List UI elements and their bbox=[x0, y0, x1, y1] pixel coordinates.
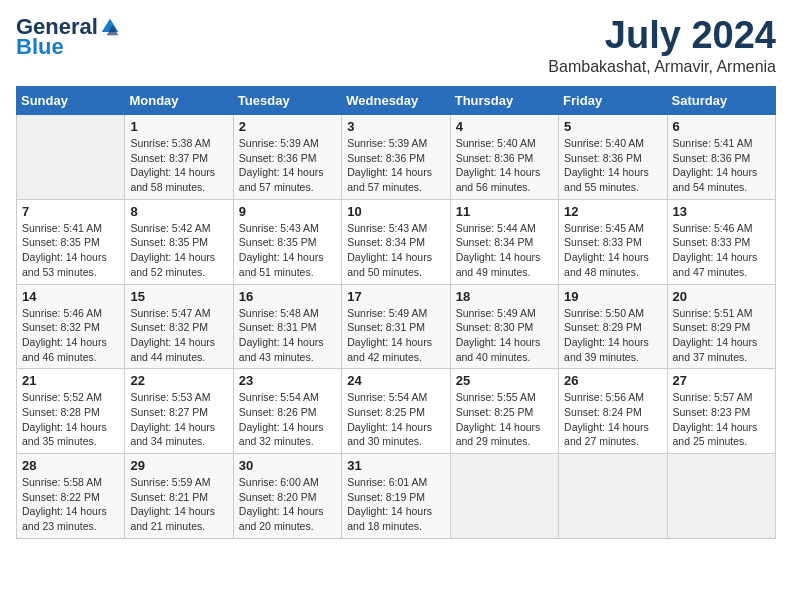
weekday-header-sunday: Sunday bbox=[17, 87, 125, 115]
day-number: 21 bbox=[22, 373, 119, 388]
calendar-cell: 20Sunrise: 5:51 AMSunset: 8:29 PMDayligh… bbox=[667, 284, 775, 369]
day-info: Sunrise: 5:45 AMSunset: 8:33 PMDaylight:… bbox=[564, 221, 661, 280]
weekday-header-wednesday: Wednesday bbox=[342, 87, 450, 115]
day-info: Sunrise: 5:59 AMSunset: 8:21 PMDaylight:… bbox=[130, 475, 227, 534]
day-number: 15 bbox=[130, 289, 227, 304]
day-number: 28 bbox=[22, 458, 119, 473]
calendar-cell: 23Sunrise: 5:54 AMSunset: 8:26 PMDayligh… bbox=[233, 369, 341, 454]
day-info: Sunrise: 5:53 AMSunset: 8:27 PMDaylight:… bbox=[130, 390, 227, 449]
weekday-header-thursday: Thursday bbox=[450, 87, 558, 115]
weekday-header-row: SundayMondayTuesdayWednesdayThursdayFrid… bbox=[17, 87, 776, 115]
calendar-cell: 31Sunrise: 6:01 AMSunset: 8:19 PMDayligh… bbox=[342, 454, 450, 539]
day-number: 27 bbox=[673, 373, 770, 388]
calendar-cell: 17Sunrise: 5:49 AMSunset: 8:31 PMDayligh… bbox=[342, 284, 450, 369]
day-number: 24 bbox=[347, 373, 444, 388]
calendar-cell bbox=[667, 454, 775, 539]
day-info: Sunrise: 5:56 AMSunset: 8:24 PMDaylight:… bbox=[564, 390, 661, 449]
calendar-cell: 2Sunrise: 5:39 AMSunset: 8:36 PMDaylight… bbox=[233, 115, 341, 200]
calendar-cell: 10Sunrise: 5:43 AMSunset: 8:34 PMDayligh… bbox=[342, 199, 450, 284]
calendar-cell: 16Sunrise: 5:48 AMSunset: 8:31 PMDayligh… bbox=[233, 284, 341, 369]
calendar-week-row: 14Sunrise: 5:46 AMSunset: 8:32 PMDayligh… bbox=[17, 284, 776, 369]
weekday-header-friday: Friday bbox=[559, 87, 667, 115]
day-info: Sunrise: 5:42 AMSunset: 8:35 PMDaylight:… bbox=[130, 221, 227, 280]
calendar-cell bbox=[559, 454, 667, 539]
day-number: 19 bbox=[564, 289, 661, 304]
day-number: 26 bbox=[564, 373, 661, 388]
day-number: 8 bbox=[130, 204, 227, 219]
calendar-cell: 25Sunrise: 5:55 AMSunset: 8:25 PMDayligh… bbox=[450, 369, 558, 454]
calendar-cell: 8Sunrise: 5:42 AMSunset: 8:35 PMDaylight… bbox=[125, 199, 233, 284]
day-info: Sunrise: 6:01 AMSunset: 8:19 PMDaylight:… bbox=[347, 475, 444, 534]
calendar-cell: 11Sunrise: 5:44 AMSunset: 8:34 PMDayligh… bbox=[450, 199, 558, 284]
calendar-cell: 24Sunrise: 5:54 AMSunset: 8:25 PMDayligh… bbox=[342, 369, 450, 454]
calendar-cell: 28Sunrise: 5:58 AMSunset: 8:22 PMDayligh… bbox=[17, 454, 125, 539]
calendar-cell: 7Sunrise: 5:41 AMSunset: 8:35 PMDaylight… bbox=[17, 199, 125, 284]
title-area: July 2024 Bambakashat, Armavir, Armenia bbox=[548, 16, 776, 76]
day-info: Sunrise: 5:41 AMSunset: 8:36 PMDaylight:… bbox=[673, 136, 770, 195]
calendar-week-row: 7Sunrise: 5:41 AMSunset: 8:35 PMDaylight… bbox=[17, 199, 776, 284]
day-number: 23 bbox=[239, 373, 336, 388]
day-number: 16 bbox=[239, 289, 336, 304]
weekday-header-saturday: Saturday bbox=[667, 87, 775, 115]
day-info: Sunrise: 5:49 AMSunset: 8:30 PMDaylight:… bbox=[456, 306, 553, 365]
day-info: Sunrise: 5:46 AMSunset: 8:32 PMDaylight:… bbox=[22, 306, 119, 365]
calendar-cell: 22Sunrise: 5:53 AMSunset: 8:27 PMDayligh… bbox=[125, 369, 233, 454]
day-info: Sunrise: 5:54 AMSunset: 8:25 PMDaylight:… bbox=[347, 390, 444, 449]
calendar-cell: 12Sunrise: 5:45 AMSunset: 8:33 PMDayligh… bbox=[559, 199, 667, 284]
calendar-cell: 26Sunrise: 5:56 AMSunset: 8:24 PMDayligh… bbox=[559, 369, 667, 454]
day-number: 4 bbox=[456, 119, 553, 134]
day-number: 6 bbox=[673, 119, 770, 134]
day-info: Sunrise: 5:43 AMSunset: 8:34 PMDaylight:… bbox=[347, 221, 444, 280]
calendar-cell: 3Sunrise: 5:39 AMSunset: 8:36 PMDaylight… bbox=[342, 115, 450, 200]
day-info: Sunrise: 5:50 AMSunset: 8:29 PMDaylight:… bbox=[564, 306, 661, 365]
logo-blue: Blue bbox=[16, 34, 64, 60]
day-number: 11 bbox=[456, 204, 553, 219]
day-number: 20 bbox=[673, 289, 770, 304]
day-info: Sunrise: 5:44 AMSunset: 8:34 PMDaylight:… bbox=[456, 221, 553, 280]
day-info: Sunrise: 5:39 AMSunset: 8:36 PMDaylight:… bbox=[239, 136, 336, 195]
day-info: Sunrise: 5:38 AMSunset: 8:37 PMDaylight:… bbox=[130, 136, 227, 195]
day-number: 5 bbox=[564, 119, 661, 134]
calendar-cell bbox=[17, 115, 125, 200]
calendar-cell: 5Sunrise: 5:40 AMSunset: 8:36 PMDaylight… bbox=[559, 115, 667, 200]
calendar-cell: 21Sunrise: 5:52 AMSunset: 8:28 PMDayligh… bbox=[17, 369, 125, 454]
weekday-header-tuesday: Tuesday bbox=[233, 87, 341, 115]
calendar-cell: 9Sunrise: 5:43 AMSunset: 8:35 PMDaylight… bbox=[233, 199, 341, 284]
calendar-cell: 14Sunrise: 5:46 AMSunset: 8:32 PMDayligh… bbox=[17, 284, 125, 369]
day-info: Sunrise: 5:49 AMSunset: 8:31 PMDaylight:… bbox=[347, 306, 444, 365]
day-number: 3 bbox=[347, 119, 444, 134]
day-number: 22 bbox=[130, 373, 227, 388]
day-number: 14 bbox=[22, 289, 119, 304]
day-number: 10 bbox=[347, 204, 444, 219]
header: General Blue July 2024 Bambakashat, Arma… bbox=[16, 16, 776, 76]
day-number: 1 bbox=[130, 119, 227, 134]
calendar-week-row: 1Sunrise: 5:38 AMSunset: 8:37 PMDaylight… bbox=[17, 115, 776, 200]
day-info: Sunrise: 5:57 AMSunset: 8:23 PMDaylight:… bbox=[673, 390, 770, 449]
day-number: 13 bbox=[673, 204, 770, 219]
calendar-cell: 4Sunrise: 5:40 AMSunset: 8:36 PMDaylight… bbox=[450, 115, 558, 200]
day-number: 18 bbox=[456, 289, 553, 304]
day-number: 12 bbox=[564, 204, 661, 219]
calendar-body: 1Sunrise: 5:38 AMSunset: 8:37 PMDaylight… bbox=[17, 115, 776, 539]
day-info: Sunrise: 5:43 AMSunset: 8:35 PMDaylight:… bbox=[239, 221, 336, 280]
day-number: 25 bbox=[456, 373, 553, 388]
calendar-cell: 1Sunrise: 5:38 AMSunset: 8:37 PMDaylight… bbox=[125, 115, 233, 200]
month-year: July 2024 bbox=[548, 16, 776, 54]
day-info: Sunrise: 5:48 AMSunset: 8:31 PMDaylight:… bbox=[239, 306, 336, 365]
calendar-cell: 19Sunrise: 5:50 AMSunset: 8:29 PMDayligh… bbox=[559, 284, 667, 369]
day-number: 30 bbox=[239, 458, 336, 473]
day-info: Sunrise: 5:52 AMSunset: 8:28 PMDaylight:… bbox=[22, 390, 119, 449]
calendar-cell bbox=[450, 454, 558, 539]
calendar-cell: 18Sunrise: 5:49 AMSunset: 8:30 PMDayligh… bbox=[450, 284, 558, 369]
calendar-cell: 6Sunrise: 5:41 AMSunset: 8:36 PMDaylight… bbox=[667, 115, 775, 200]
logo: General Blue bbox=[16, 16, 120, 60]
calendar-cell: 13Sunrise: 5:46 AMSunset: 8:33 PMDayligh… bbox=[667, 199, 775, 284]
day-info: Sunrise: 5:41 AMSunset: 8:35 PMDaylight:… bbox=[22, 221, 119, 280]
calendar-week-row: 28Sunrise: 5:58 AMSunset: 8:22 PMDayligh… bbox=[17, 454, 776, 539]
day-number: 2 bbox=[239, 119, 336, 134]
day-number: 17 bbox=[347, 289, 444, 304]
day-info: Sunrise: 5:40 AMSunset: 8:36 PMDaylight:… bbox=[564, 136, 661, 195]
day-info: Sunrise: 5:40 AMSunset: 8:36 PMDaylight:… bbox=[456, 136, 553, 195]
day-info: Sunrise: 6:00 AMSunset: 8:20 PMDaylight:… bbox=[239, 475, 336, 534]
day-info: Sunrise: 5:58 AMSunset: 8:22 PMDaylight:… bbox=[22, 475, 119, 534]
